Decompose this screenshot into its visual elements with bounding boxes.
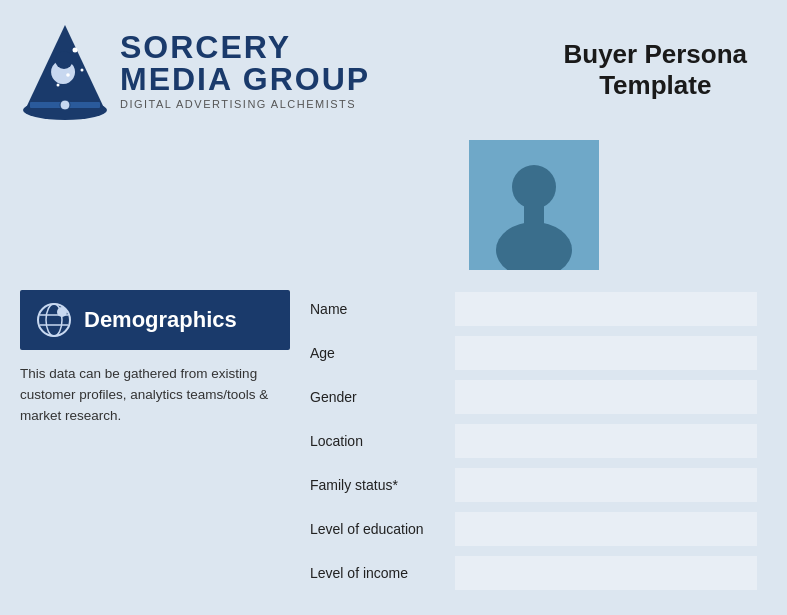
input-gender[interactable]: [455, 380, 757, 414]
form-row-age: Age: [310, 336, 757, 370]
input-education[interactable]: [455, 512, 757, 546]
avatar-area: [280, 140, 787, 270]
form-row-gender: Gender: [310, 380, 757, 414]
wizard-hat-logo: [20, 20, 110, 120]
form-row-family-status: Family status*: [310, 468, 757, 502]
input-age[interactable]: [455, 336, 757, 370]
logo-area: SORCERY MEDIA GROUP DIGITAL ADVERTISING …: [20, 20, 370, 120]
person-silhouette-icon: [479, 155, 589, 270]
label-location: Location: [310, 433, 455, 449]
svg-point-5: [81, 69, 84, 72]
input-location[interactable]: [455, 424, 757, 458]
input-family-status[interactable]: [455, 468, 757, 502]
input-name[interactable]: [455, 292, 757, 326]
input-income[interactable]: [455, 556, 757, 590]
page-title: Buyer Persona Template: [563, 39, 747, 101]
svg-point-8: [60, 100, 70, 110]
label-education: Level of education: [310, 521, 455, 537]
form-row-education: Level of education: [310, 512, 757, 546]
sidebar: Demographics This data can be gathered f…: [20, 290, 290, 596]
avatar: [469, 140, 599, 270]
form-area: Name Age Gender Location Family status*: [310, 290, 757, 596]
page-title-area: Buyer Persona Template: [563, 39, 747, 101]
svg-point-2: [55, 51, 73, 69]
label-income: Level of income: [310, 565, 455, 581]
demographics-label: Demographics: [84, 307, 237, 333]
label-gender: Gender: [310, 389, 455, 405]
page-container: SORCERY MEDIA GROUP DIGITAL ADVERTISING …: [0, 0, 787, 615]
form-row-name: Name: [310, 292, 757, 326]
svg-rect-11: [524, 205, 544, 225]
brand-name-line2: MEDIA GROUP: [120, 63, 370, 95]
form-row-income: Level of income: [310, 556, 757, 590]
demographics-icon: [36, 302, 72, 338]
svg-point-4: [66, 73, 70, 77]
form-row-location: Location: [310, 424, 757, 458]
label-name: Name: [310, 301, 455, 317]
sidebar-description: This data can be gathered from existing …: [20, 364, 290, 427]
main-content: Demographics This data can be gathered f…: [0, 270, 787, 615]
brand-subtitle: DIGITAL ADVERTISING ALCHEMISTS: [120, 98, 370, 110]
svg-point-9: [512, 165, 556, 209]
svg-point-16: [57, 307, 67, 317]
label-family-status: Family status*: [310, 477, 455, 493]
svg-point-3: [73, 48, 78, 53]
demographics-section-header: Demographics: [20, 290, 290, 350]
brand-name-line1: SORCERY: [120, 31, 370, 63]
label-age: Age: [310, 345, 455, 361]
svg-point-6: [57, 84, 60, 87]
svg-point-10: [496, 222, 572, 270]
logo-text-block: SORCERY MEDIA GROUP DIGITAL ADVERTISING …: [120, 31, 370, 110]
header: SORCERY MEDIA GROUP DIGITAL ADVERTISING …: [0, 0, 787, 130]
